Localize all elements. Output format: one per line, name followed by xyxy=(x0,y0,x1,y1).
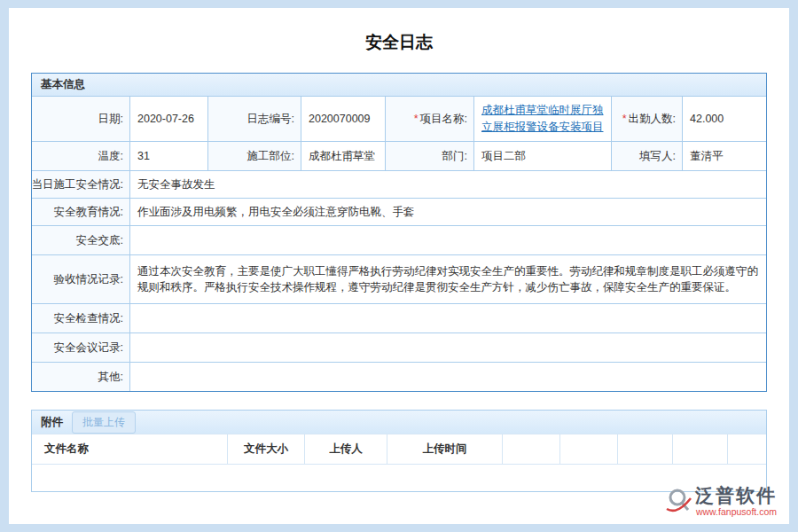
col-empty-3 xyxy=(617,434,672,464)
safety-briefing-value xyxy=(129,226,766,254)
attachments-header: 附件 批量上传 xyxy=(32,411,766,434)
page-title: 安全日志 xyxy=(9,8,789,54)
attachments-empty-row xyxy=(32,465,766,491)
basic-info-section-header: 基本信息 xyxy=(32,74,766,97)
temperature-value: 31 xyxy=(129,142,207,170)
form-row-safety-meeting: 安全会议记录: xyxy=(32,332,766,362)
acceptance-record-value: 通过本次安全教育，主要是使广大职工懂得严格执行劳动纪律对实现安全生产的重要性。劳… xyxy=(129,255,766,303)
safety-meeting-value xyxy=(129,333,766,362)
content-panel: 安全日志 基本信息 日期: 2020-07-26 日志编号: 202007000… xyxy=(9,8,789,524)
safety-education-label: 安全教育情况: xyxy=(32,199,129,225)
form-row-safety-inspection: 安全检查情况: xyxy=(32,303,766,332)
writer-label: 填写人: xyxy=(611,142,682,170)
safety-today-value: 无安全事故发生 xyxy=(129,171,766,198)
form-row-acceptance-record: 验收情况记录: 通过本次安全教育，主要是使广大职工懂得严格执行劳动纪律对实现安全… xyxy=(32,254,766,303)
batch-upload-button[interactable]: 批量上传 xyxy=(72,411,136,434)
safety-inspection-value xyxy=(129,304,766,332)
fanpu-logo: 泛普软件 www.fanpusoft.com xyxy=(665,485,777,517)
required-asterisk: * xyxy=(622,111,627,127)
safety-education-value: 作业面涉及用电频繁，用电安全必须注意穿防电靴、手套 xyxy=(129,199,766,225)
basic-info-table: 基本信息 日期: 2020-07-26 日志编号: 2020070009 *项目… xyxy=(31,73,767,392)
department-value: 项目二部 xyxy=(473,142,611,170)
form-row-other: 其他: xyxy=(32,362,766,391)
col-empty-4 xyxy=(672,434,727,464)
col-file-name: 文件名称 xyxy=(32,434,227,464)
acceptance-record-label: 验收情况记录: xyxy=(32,255,129,303)
writer-value: 董清平 xyxy=(682,142,766,170)
col-empty-1 xyxy=(502,434,559,464)
col-file-size: 文件大小 xyxy=(227,434,304,464)
attendance-value: 42.000 xyxy=(682,97,766,141)
site-label: 施工部位: xyxy=(207,142,301,170)
col-upload-time: 上传时间 xyxy=(387,434,502,464)
col-uploader: 上传人 xyxy=(304,434,387,464)
attachments-column-header-row: 文件名称 文件大小 上传人 上传时间 xyxy=(32,434,766,465)
fanpu-brand-name: 泛普软件 xyxy=(695,485,777,505)
safety-today-label: 当日施工安全情况: xyxy=(32,171,129,198)
col-empty-2 xyxy=(559,434,617,464)
safety-briefing-label: 安全交底: xyxy=(32,226,129,254)
log-no-value: 2020070009 xyxy=(301,97,385,141)
project-name-label-text: 项目名称: xyxy=(420,111,467,127)
fanpu-logo-icon xyxy=(665,486,692,516)
form-row-safety-today: 当日施工安全情况: 无安全事故发生 xyxy=(32,170,766,198)
safety-inspection-label: 安全检查情况: xyxy=(32,304,129,332)
project-name-link[interactable]: 成都杜甫草堂临时展厅独立展柜报警设备安装项目 xyxy=(481,102,604,137)
other-value xyxy=(129,363,766,391)
form-row-safety-briefing: 安全交底: xyxy=(32,225,766,254)
required-asterisk: * xyxy=(414,111,419,127)
safety-meeting-label: 安全会议记录: xyxy=(32,333,129,362)
other-label: 其他: xyxy=(32,363,129,391)
log-no-label: 日志编号: xyxy=(207,97,301,141)
attendance-label-text: 出勤人数: xyxy=(629,111,676,127)
attachments-section: 附件 批量上传 文件名称 文件大小 上传人 上传时间 xyxy=(31,410,767,492)
date-label: 日期: xyxy=(32,97,129,141)
temperature-label: 温度: xyxy=(32,142,129,170)
fanpu-logo-text-block: 泛普软件 www.fanpusoft.com xyxy=(695,485,777,517)
attendance-label: *出勤人数: xyxy=(611,97,682,141)
col-empty-5 xyxy=(727,434,766,464)
fanpu-url-link[interactable]: www.fanpusoft.com xyxy=(696,506,777,517)
attachments-title: 附件 xyxy=(41,415,63,430)
form-row-safety-education: 安全教育情况: 作业面涉及用电频繁，用电安全必须注意穿防电靴、手套 xyxy=(32,198,766,225)
site-value: 成都杜甫草堂 xyxy=(301,142,385,170)
project-name-label: *项目名称: xyxy=(385,97,473,141)
form-row-2: 温度: 31 施工部位: 成都杜甫草堂 部门: 项目二部 填写人: 董清平 xyxy=(32,141,766,170)
department-label: 部门: xyxy=(385,142,473,170)
project-name-cell: 成都杜甫草堂临时展厅独立展柜报警设备安装项目 xyxy=(473,97,611,141)
date-value: 2020-07-26 xyxy=(129,97,207,141)
form-row-1: 日期: 2020-07-26 日志编号: 2020070009 *项目名称: 成… xyxy=(32,97,766,141)
